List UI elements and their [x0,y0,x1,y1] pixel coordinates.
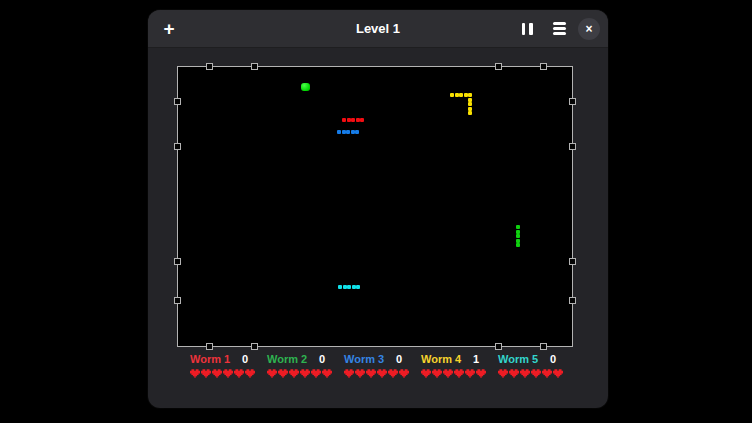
worm-5-cyan-segment [347,285,351,289]
heart-icon [377,369,387,378]
wall-bump [569,258,576,265]
heart-icon [553,369,563,378]
player-head: Worm 10 [190,353,256,365]
lives-hearts [421,369,487,379]
player-score-5: Worm 50 [498,353,564,379]
lives-hearts [344,369,410,379]
worm-4-yellow-segment [468,111,472,115]
heart-icon [234,369,244,378]
heart-icon [432,369,442,378]
wall-bump [174,98,181,105]
heart-icon [421,369,431,378]
player-head: Worm 30 [344,353,410,365]
desktop-background: + Level 1 × Worm 10Worm 20Worm 30Worm 41… [0,0,752,423]
food-item [301,83,310,91]
wall-bump [495,343,502,350]
player-score-value: 0 [550,353,564,365]
worm-2-green-segment [516,225,520,229]
heart-icon [366,369,376,378]
heart-icon [520,369,530,378]
heart-icon [542,369,552,378]
player-name: Worm 5 [498,353,538,365]
heart-icon [399,369,409,378]
close-icon: × [585,23,592,35]
player-name: Worm 3 [344,353,384,365]
pause-button[interactable] [514,16,540,42]
wall-bump [174,143,181,150]
worm-4-yellow-segment [450,93,454,97]
wall-bump [569,98,576,105]
worm-4-yellow-segment [455,93,459,97]
heart-icon [212,369,222,378]
close-button[interactable]: × [578,18,600,40]
heart-icon [278,369,288,378]
worm-1-red-segment [356,118,360,122]
worm-4-yellow-segment [468,102,472,106]
worm-1-red-segment [351,118,355,122]
worm-1-red-segment [347,118,351,122]
heart-icon [201,369,211,378]
player-score-3: Worm 30 [344,353,410,379]
heart-icon [355,369,365,378]
heart-icon [344,369,354,378]
wall-bump [540,63,547,70]
player-score-value: 0 [242,353,256,365]
player-score-value: 0 [319,353,333,365]
player-score-value: 0 [396,353,410,365]
hamburger-menu-icon [553,22,566,35]
player-name: Worm 4 [421,353,461,365]
worm-5-cyan-segment [352,285,356,289]
worm-3-blue-segment [337,130,341,134]
wall-bump [174,297,181,304]
worm-4-yellow-segment [459,93,463,97]
wall-bump [540,343,547,350]
worm-2-green-segment [516,243,520,247]
heart-icon [267,369,277,378]
worm-5-cyan-segment [343,285,347,289]
scoreboard: Worm 10Worm 20Worm 30Worm 41Worm 50 [190,353,566,379]
heart-icon [443,369,453,378]
heart-icon [388,369,398,378]
heart-icon [322,369,332,378]
lives-hearts [267,369,333,379]
player-head: Worm 50 [498,353,564,365]
heart-icon [245,369,255,378]
worm-3-blue-segment [351,130,355,134]
worm-2-green-segment [516,230,520,234]
wall-bump [569,143,576,150]
worm-5-cyan-segment [338,285,342,289]
worm-2-green-segment [516,234,520,238]
worm-2-green-segment [516,239,520,243]
heart-icon [289,369,299,378]
worm-4-yellow-segment [468,98,472,102]
headerbar-right-controls: × [514,16,600,42]
player-score-4: Worm 41 [421,353,487,379]
player-name: Worm 2 [267,353,307,365]
player-score-1: Worm 10 [190,353,256,379]
lives-hearts [190,369,256,379]
new-game-button[interactable]: + [156,16,182,42]
wall-bump [206,343,213,350]
worm-5-cyan-segment [356,285,360,289]
heart-icon [498,369,508,378]
heart-icon [454,369,464,378]
worm-1-red-segment [342,118,346,122]
plus-icon: + [163,19,174,38]
worm-3-blue-segment [346,130,350,134]
heart-icon [509,369,519,378]
player-head: Worm 41 [421,353,487,365]
heart-icon [311,369,321,378]
heart-icon [476,369,486,378]
worm-3-blue-segment [342,130,346,134]
worm-3-blue-segment [355,130,359,134]
worm-4-yellow-segment [468,93,472,97]
main-menu-button[interactable] [546,16,572,42]
player-score-value: 1 [473,353,487,365]
heart-icon [190,369,200,378]
player-head: Worm 20 [267,353,333,365]
wall-bump [206,63,213,70]
player-score-2: Worm 20 [267,353,333,379]
player-name: Worm 1 [190,353,230,365]
wall-bump [174,258,181,265]
headerbar: + Level 1 × [148,10,608,48]
